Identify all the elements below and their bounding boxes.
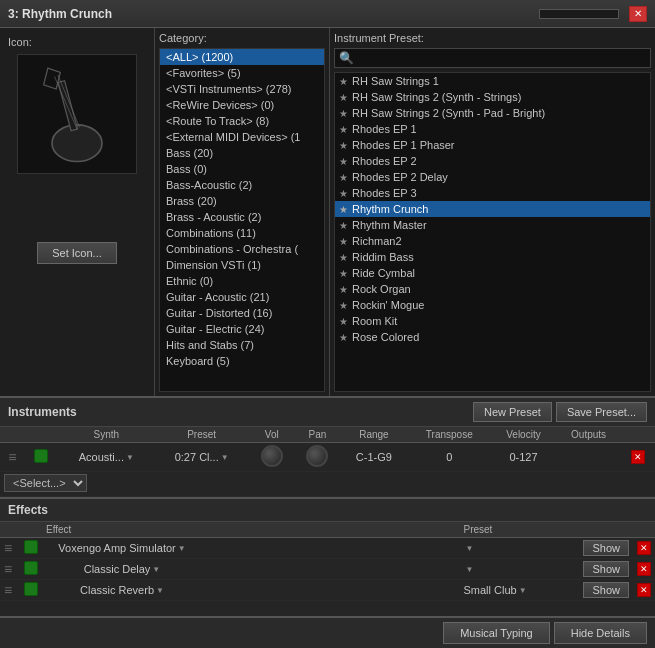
close-button[interactable]: ✕ — [629, 6, 647, 22]
star-icon: ★ — [339, 172, 348, 183]
category-item[interactable]: <External MIDI Devices> (1 — [160, 129, 324, 145]
drag-handle[interactable]: ≡ — [4, 582, 12, 598]
show-button[interactable]: Show — [583, 540, 629, 556]
preset-item[interactable]: ★Riddim Bass — [335, 249, 650, 265]
category-item[interactable]: <VSTi Instruments> (278) — [160, 81, 324, 97]
preset-item[interactable]: ★Rhythm Master — [335, 217, 650, 233]
musical-typing-button[interactable]: Musical Typing — [443, 622, 550, 644]
show-button[interactable]: Show — [583, 561, 629, 577]
synth-cell[interactable]: Acousti... ▼ — [58, 443, 154, 472]
delete-button[interactable]: ✕ — [631, 450, 645, 464]
category-item[interactable]: Ethnic (0) — [160, 273, 324, 289]
drag-handle-cell: ≡ — [0, 443, 25, 472]
preset-dropdown-arrow-icon: ▼ — [465, 565, 473, 574]
effect-preset-cell: Small Club ▼ — [459, 580, 579, 601]
drag-handle[interactable]: ≡ — [4, 540, 12, 556]
category-item[interactable]: Guitar - Distorted (16) — [160, 305, 324, 321]
preset-item[interactable]: ★Rock Organ — [335, 281, 650, 297]
window-title: 3: Rhythm Crunch — [8, 7, 112, 21]
category-item[interactable]: Combinations (11) — [160, 225, 324, 241]
table-row: ≡ Classic Reverb ▼ Small Club ▼ Show ✕ — [0, 580, 655, 601]
category-item[interactable]: Hits and Stabs (7) — [160, 337, 324, 353]
drag-handle[interactable]: ≡ — [4, 561, 12, 577]
search-input[interactable] — [358, 52, 646, 64]
power-button[interactable] — [24, 561, 38, 575]
col-delete — [621, 427, 655, 443]
category-item[interactable]: <ReWire Devices> (0) — [160, 97, 324, 113]
show-cell: Show — [579, 559, 633, 580]
search-icon: 🔍 — [339, 51, 354, 65]
category-item[interactable]: Brass - Acoustic (2) — [160, 209, 324, 225]
preset-item-label: Rhodes EP 2 Delay — [352, 171, 448, 183]
category-item[interactable]: Bass-Acoustic (2) — [160, 177, 324, 193]
category-item[interactable]: Bass (0) — [160, 161, 324, 177]
effects-table: Effect Preset ≡ Voxengo Amp Simulator ▼ … — [0, 522, 655, 601]
preset-item[interactable]: ★Rockin' Mogue — [335, 297, 650, 313]
preset-item[interactable]: ★Rhythm Crunch — [335, 201, 650, 217]
category-item[interactable]: Bass (20) — [160, 145, 324, 161]
effect-name: Voxengo Amp Simulator — [58, 542, 175, 554]
category-item[interactable]: Dimension VSTi (1) — [160, 257, 324, 273]
star-icon: ★ — [339, 140, 348, 151]
icon-display — [17, 54, 137, 174]
col-drag — [0, 427, 25, 443]
instruments-title: Instruments — [8, 405, 77, 419]
preset-item[interactable]: ★Room Kit — [335, 313, 650, 329]
category-item[interactable]: Guitar - Electric (24) — [160, 321, 324, 337]
effect-name-cell[interactable]: Voxengo Amp Simulator ▼ — [42, 538, 202, 559]
preset-cell[interactable]: 0:27 Cl... ▼ — [154, 443, 248, 472]
hide-details-button[interactable]: Hide Details — [554, 622, 647, 644]
vol-knob[interactable] — [261, 445, 283, 467]
preset-item[interactable]: ★Rhodes EP 2 Delay — [335, 169, 650, 185]
effect-arrow-icon: ▼ — [152, 565, 160, 574]
power-button[interactable] — [24, 540, 38, 554]
drag-cell: ≡ — [0, 580, 20, 601]
power-cell — [25, 443, 59, 472]
preset-item[interactable]: ★Rhodes EP 1 — [335, 121, 650, 137]
category-item[interactable]: Keyboard (5) — [160, 353, 324, 369]
drag-handle[interactable]: ≡ — [8, 449, 16, 465]
effect-delete-button[interactable]: ✕ — [637, 562, 651, 576]
preset-item-label: RH Saw Strings 2 (Synth - Strings) — [352, 91, 521, 103]
preset-item[interactable]: ★Rhodes EP 3 — [335, 185, 650, 201]
velocity-cell: 0-127 — [491, 443, 556, 472]
new-preset-button[interactable]: New Preset — [473, 402, 552, 422]
category-item[interactable]: <Favorites> (5) — [160, 65, 324, 81]
select-cell: <Select...> — [0, 472, 655, 497]
preset-item[interactable]: ★Richman2 — [335, 233, 650, 249]
instrument-select[interactable]: <Select...> — [4, 474, 87, 492]
category-item[interactable]: Brass (20) — [160, 193, 324, 209]
category-item[interactable]: <ALL> (1200) — [160, 49, 324, 65]
pan-knob[interactable] — [306, 445, 328, 467]
effects-table-header: Effect Preset — [0, 522, 655, 538]
category-item[interactable]: <Route To Track> (8) — [160, 113, 324, 129]
preset-item[interactable]: ★Rhodes EP 1 Phaser — [335, 137, 650, 153]
preset-item[interactable]: ★Ride Cymbal — [335, 265, 650, 281]
preset-item[interactable]: ★RH Saw Strings 1 — [335, 73, 650, 89]
show-button[interactable]: Show — [583, 582, 629, 598]
effect-spacer — [202, 538, 459, 559]
preset-list[interactable]: ★RH Saw Strings 1★RH Saw Strings 2 (Synt… — [334, 72, 651, 392]
pan-cell — [295, 443, 341, 472]
col-power — [25, 427, 59, 443]
preset-item[interactable]: ★RH Saw Strings 2 (Synth - Strings) — [335, 89, 650, 105]
effect-arrow-icon: ▼ — [156, 586, 164, 595]
preset-item[interactable]: ★RH Saw Strings 2 (Synth - Pad - Bright) — [335, 105, 650, 121]
effect-delete-button[interactable]: ✕ — [637, 583, 651, 597]
preset-item[interactable]: ★Rose Colored — [335, 329, 650, 345]
eff-col-delete — [633, 522, 655, 538]
effect-spacer — [202, 580, 459, 601]
effect-delete-cell: ✕ — [633, 580, 655, 601]
category-item[interactable]: Combinations - Orchestra ( — [160, 241, 324, 257]
table-row: ≡ Voxengo Amp Simulator ▼ ▼ Show ✕ — [0, 538, 655, 559]
power-button[interactable] — [24, 582, 38, 596]
set-icon-button[interactable]: Set Icon... — [37, 242, 117, 264]
power-button[interactable] — [34, 449, 48, 463]
save-preset-button[interactable]: Save Preset... — [556, 402, 647, 422]
preset-item[interactable]: ★Rhodes EP 2 — [335, 153, 650, 169]
effect-delete-button[interactable]: ✕ — [637, 541, 651, 555]
category-item[interactable]: Guitar - Acoustic (21) — [160, 289, 324, 305]
category-list[interactable]: <ALL> (1200)<Favorites> (5)<VSTi Instrum… — [159, 48, 325, 392]
effect-name-cell[interactable]: Classic Reverb ▼ — [42, 580, 202, 601]
effect-name-cell[interactable]: Classic Delay ▼ — [42, 559, 202, 580]
